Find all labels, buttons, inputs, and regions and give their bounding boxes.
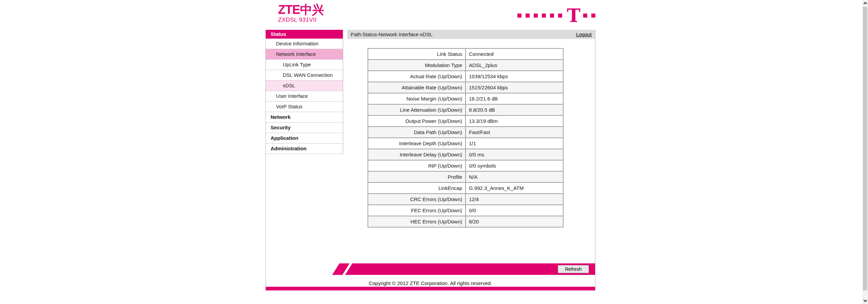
telekom-logo: T — [517, 7, 595, 24]
row-label: FEC Errors (Up/Down) — [368, 205, 466, 216]
table-row: LinkEncapG.992.3_Annex_K_ATM — [368, 182, 563, 194]
sidebar-item-status[interactable]: Status — [266, 30, 343, 39]
table-row: Output Power (Up/Down)13.3/19 dBm — [368, 115, 563, 127]
content-panel: StatusDevice InformationNetwork Interfac… — [265, 30, 595, 290]
telekom-dot-icon — [558, 14, 562, 18]
telekom-dot-icon — [542, 14, 546, 18]
chevron-up-icon — [863, 2, 867, 5]
logout-link[interactable]: Logout — [576, 30, 592, 39]
row-value: 1515/22604 kbps — [466, 82, 563, 93]
bottom-accent-bar — [266, 287, 595, 290]
row-value: 0/0 symbols — [466, 160, 563, 171]
row-value: 1039/12534 kbps — [466, 71, 563, 82]
row-value: 0/0 — [466, 205, 563, 216]
row-value: Fast/Fast — [466, 127, 563, 138]
row-label: Profile — [368, 171, 466, 182]
telekom-dot-icon — [526, 14, 530, 18]
row-label: CRC Errors (Up/Down) — [368, 194, 466, 205]
telekom-dot-icon — [517, 14, 521, 18]
telekom-dot-icon — [534, 14, 538, 18]
row-value: 8.8/20.5 dB — [466, 104, 563, 115]
table-row: Data Path (Up/Down)Fast/Fast — [368, 127, 563, 138]
row-value: 12/4 — [466, 194, 563, 205]
row-value: 18.2/21.6 dB — [466, 93, 563, 104]
row-value: 13.3/19 dBm — [466, 115, 563, 127]
zte-logo: ZTE中兴 ZXDSL 931VII — [278, 3, 324, 23]
scrollbar-thumb[interactable] — [863, 7, 867, 290]
sidebar-item-voip-status[interactable]: VoIP Status — [266, 102, 343, 112]
table-row: Link StatusConnected — [368, 48, 563, 60]
sidebar-menu: StatusDevice InformationNetwork Interfac… — [266, 30, 343, 154]
row-label: Modulation Type — [368, 60, 466, 71]
table-row: Modulation TypeADSL_2plus — [368, 60, 563, 71]
row-value: G.992.3_Annex_K_ATM — [466, 182, 563, 194]
row-value: ADSL_2plus — [466, 60, 563, 71]
dsl-status-table: Link StatusConnectedModulation TypeADSL_… — [368, 48, 564, 227]
breadcrumb: Path:Status-Network Interface-xDSL — [351, 30, 433, 39]
row-value: Connected — [466, 48, 563, 60]
device-model-label: ZXDSL 931VII — [278, 17, 324, 23]
telekom-dot-icon — [550, 14, 554, 18]
sidebar-item-network-interface[interactable]: Network Interface — [266, 49, 343, 60]
breadcrumb-bar: Path:Status-Network Interface-xDSL Logou… — [347, 30, 595, 39]
sidebar-item-security[interactable]: Security — [266, 123, 343, 133]
row-label: HEC Errors (Up/Down) — [368, 216, 466, 227]
row-label: Actual Rate (Up/Down) — [368, 71, 466, 82]
scrollbar-up-button[interactable] — [862, 0, 868, 6]
table-row: CRC Errors (Up/Down)12/4 — [368, 194, 563, 205]
row-value: 0/0 ms — [466, 149, 563, 160]
zte-wordmark: ZTE中兴 — [278, 3, 324, 16]
table-row: Attainable Rate (Up/Down)1515/22604 kbps — [368, 82, 563, 93]
refresh-button[interactable]: Refresh — [558, 265, 589, 273]
row-label: LinkEncap — [368, 182, 466, 194]
main-area: Path:Status-Network Interface-xDSL Logou… — [347, 30, 595, 227]
row-label: Output Power (Up/Down) — [368, 115, 466, 127]
sidebar-item-device-information[interactable]: Device Information — [266, 39, 343, 49]
table-row: FEC Errors (Up/Down)0/0 — [368, 205, 563, 216]
telekom-dot-icon — [583, 14, 587, 18]
sidebar-item-application[interactable]: Application — [266, 133, 343, 144]
row-label: Line Attenuation (Up/Down) — [368, 104, 466, 115]
footer-accent-bar: Refresh — [331, 263, 595, 275]
row-value: 8/20 — [466, 216, 563, 227]
table-row: Interleave Delay (Up/Down)0/0 ms — [368, 149, 563, 160]
table-row: Noise Margin (Up/Down)18.2/21.6 dB — [368, 93, 563, 104]
row-label: Data Path (Up/Down) — [368, 127, 466, 138]
row-value: N/A — [466, 171, 563, 182]
table-row: INP (Up/Down)0/0 symbols — [368, 160, 563, 171]
row-label: Link Status — [368, 48, 466, 60]
table-row: HEC Errors (Up/Down)8/20 — [368, 216, 563, 227]
vertical-scrollbar[interactable] — [862, 0, 868, 304]
row-label: Interleave Delay (Up/Down) — [368, 149, 466, 160]
sidebar-item-user-interface[interactable]: User Interface — [266, 91, 343, 102]
row-label: Noise Margin (Up/Down) — [368, 93, 466, 104]
row-label: Attainable Rate (Up/Down) — [368, 82, 466, 93]
table-row: Interleave Depth (Up/Down)1/1 — [368, 138, 563, 149]
telekom-dot-icon — [591, 14, 595, 18]
sidebar-item-administration[interactable]: Administration — [266, 144, 343, 154]
router-admin-page: ZTE中兴 ZXDSL 931VII T StatusDevice Inform… — [0, 0, 868, 304]
sidebar-item-xdsl[interactable]: xDSL — [266, 81, 343, 91]
sidebar-item-uplink-type[interactable]: UpLink Type — [266, 60, 343, 70]
row-label: INP (Up/Down) — [368, 160, 466, 171]
table-row: Line Attenuation (Up/Down)8.8/20.5 dB — [368, 104, 563, 115]
telekom-t-icon: T — [567, 7, 580, 24]
chevron-down-icon — [863, 298, 867, 302]
row-label: Interleave Depth (Up/Down) — [368, 138, 466, 149]
sidebar-item-network[interactable]: Network — [266, 112, 343, 123]
row-value: 1/1 — [466, 138, 563, 149]
table-row: Actual Rate (Up/Down)1039/12534 kbps — [368, 71, 563, 82]
sidebar-list: StatusDevice InformationNetwork Interfac… — [266, 30, 343, 154]
copyright-text: Copyright © 2012 ZTE Corporation. All ri… — [266, 280, 595, 286]
scrollbar-down-button[interactable] — [862, 298, 868, 304]
dsl-status-table-body: Link StatusConnectedModulation TypeADSL_… — [368, 48, 563, 227]
sidebar-item-dsl-wan-connection[interactable]: DSL WAN Connection — [266, 70, 343, 81]
table-row: ProfileN/A — [368, 171, 563, 182]
